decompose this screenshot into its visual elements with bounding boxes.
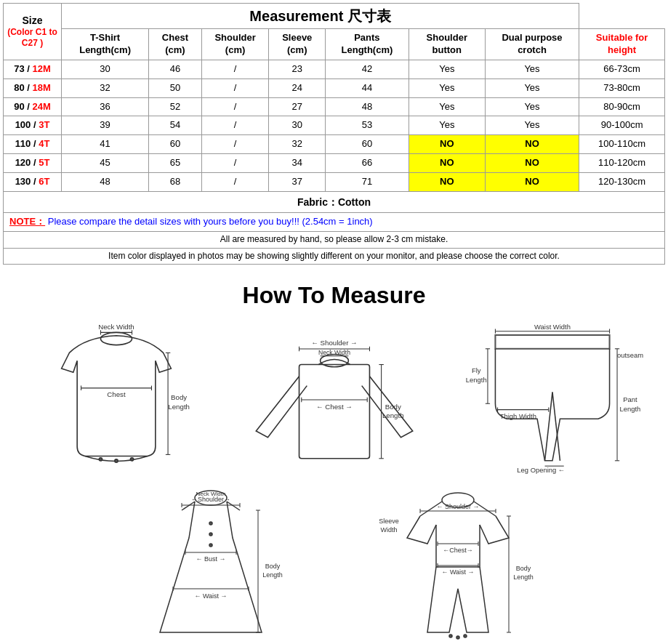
svg-text:Neck Width: Neck Width bbox=[318, 349, 350, 356]
table-cell: / bbox=[201, 79, 269, 97]
shoulder-btn-cell: NO bbox=[409, 154, 485, 173]
table-cell: / bbox=[201, 60, 269, 79]
svg-text:← Bust →: ← Bust → bbox=[196, 555, 225, 563]
svg-rect-17 bbox=[299, 365, 369, 459]
info2-cell: Item color displayed in photos may be sh… bbox=[4, 248, 665, 265]
table-cell: / bbox=[201, 97, 269, 116]
svg-line-35 bbox=[544, 393, 552, 461]
svg-text:Width: Width bbox=[380, 526, 397, 534]
fabric-row: Fabric：Cotton bbox=[4, 192, 665, 213]
table-row: 130 / 6T bbox=[4, 173, 62, 192]
dual-cell: Yes bbox=[485, 97, 579, 116]
svg-point-0 bbox=[100, 333, 132, 345]
shoulder-btn-cell: Yes bbox=[409, 116, 485, 135]
tshirt-header: T-Shirt Length(cm) bbox=[62, 29, 149, 60]
svg-point-87 bbox=[464, 635, 467, 637]
table-cell: 32 bbox=[269, 135, 326, 154]
height-cell: 80-90cm bbox=[579, 97, 665, 116]
table-cell: 42 bbox=[326, 60, 409, 79]
table-cell: / bbox=[201, 154, 269, 173]
main-container: Size (Color C1 to C27 ) Measurement 尺寸表 … bbox=[0, 0, 668, 644]
svg-point-2 bbox=[114, 459, 117, 462]
svg-text:Length: Length bbox=[168, 403, 190, 411]
pants-header: Pants Length(cm) bbox=[326, 29, 409, 60]
svg-rect-34 bbox=[495, 335, 609, 349]
table-cell: / bbox=[201, 135, 269, 154]
diagram-pants: Waist Width Pant Length Fly Length bbox=[451, 320, 654, 480]
sleeve-header: Sleeve (cm) bbox=[269, 29, 326, 60]
table-cell: 48 bbox=[62, 173, 149, 192]
table-cell: 65 bbox=[149, 154, 202, 173]
shoulder-btn-cell: Yes bbox=[409, 97, 485, 116]
svg-point-62 bbox=[209, 533, 212, 536]
height-cell: 120-130cm bbox=[579, 173, 665, 192]
how-to-measure-title: How To Measure bbox=[0, 275, 668, 320]
dual-cell: NO bbox=[485, 173, 579, 192]
longsleeve-svg: ← Shoulder → Neck Width Body Length bbox=[233, 320, 436, 480]
svg-text:Thigh Width: Thigh Width bbox=[499, 412, 536, 420]
height-cell: 110-120cm bbox=[579, 154, 665, 173]
table-cell: 23 bbox=[269, 60, 326, 79]
dual-header: Dual purpose crotch bbox=[485, 29, 579, 60]
svg-text:← Shoulder →: ← Shoulder → bbox=[311, 339, 358, 347]
table-cell: 27 bbox=[269, 97, 326, 116]
table-cell: 41 bbox=[62, 135, 149, 154]
svg-text:Neck Width: Neck Width bbox=[98, 323, 134, 331]
dual-cell: NO bbox=[485, 154, 579, 173]
table-cell: 34 bbox=[269, 154, 326, 173]
table-cell: 52 bbox=[149, 97, 202, 116]
info2-row: Item color displayed in photos may be sh… bbox=[4, 248, 665, 265]
info1-cell: All are measured by hand, so please allo… bbox=[4, 232, 665, 249]
height-cell: 73-80cm bbox=[579, 79, 665, 97]
suitable-header: Suitable for height bbox=[579, 29, 665, 60]
table-cell: 37 bbox=[269, 173, 326, 192]
dual-cell: Yes bbox=[485, 60, 579, 79]
svg-text:Chest: Chest bbox=[107, 390, 126, 398]
table-cell: 66 bbox=[326, 154, 409, 173]
table-cell: 50 bbox=[149, 79, 202, 97]
diagram-longsleeve: ← Shoulder → Neck Width Body Length bbox=[233, 320, 436, 480]
height-cell: 66-73cm bbox=[579, 60, 665, 79]
bodysuit-svg: Neck Width Body Length Chest bbox=[15, 320, 218, 480]
table-row: 80 / 18M bbox=[4, 79, 62, 97]
table-row: 73 / 12M bbox=[4, 60, 62, 79]
table-cell: 48 bbox=[326, 97, 409, 116]
shoulder-btn-cell: NO bbox=[409, 135, 485, 154]
height-cell: 100-110cm bbox=[579, 135, 665, 154]
table-cell: 45 bbox=[62, 154, 149, 173]
size-header: Size (Color C1 to C27 ) bbox=[4, 4, 62, 60]
table-cell: / bbox=[201, 116, 269, 135]
table-cell: 46 bbox=[149, 60, 202, 79]
table-cell: / bbox=[201, 173, 269, 192]
height-cell: 90-100cm bbox=[579, 116, 665, 135]
svg-text:←  Shoulder  →: ← Shoulder → bbox=[436, 503, 479, 510]
table-body: 73 / 12M3046/2342YesYes66-73cm80 / 18M32… bbox=[4, 60, 665, 191]
diagram-row-2: ←Shoulder→ Neck Width ← Bust → ← Waist → bbox=[0, 480, 668, 640]
svg-text:← Waist →: ← Waist → bbox=[194, 592, 227, 600]
dual-cell: Yes bbox=[485, 116, 579, 135]
svg-text:Fly: Fly bbox=[471, 367, 480, 375]
pants-svg: Waist Width Pant Length Fly Length bbox=[451, 320, 654, 480]
shoulder-header: Shoulder (cm) bbox=[201, 29, 269, 60]
svg-text:Sleeve: Sleeve bbox=[379, 518, 399, 525]
table-row: 120 / 5T bbox=[4, 154, 62, 173]
svg-text:←Chest→: ←Chest→ bbox=[443, 547, 473, 554]
svg-text:outseam: outseam bbox=[617, 352, 643, 360]
note-cell: NOTE： Please compare the detail sizes wi… bbox=[4, 213, 665, 232]
chest-header: Chest (cm) bbox=[149, 29, 202, 60]
table-cell: 60 bbox=[149, 135, 202, 154]
shoulder-btn-header: Shoulder button bbox=[409, 29, 485, 60]
jumpsuit-svg: ← Shoulder → Sleeve Width ←Chest→ bbox=[349, 480, 567, 640]
svg-text:← Chest →: ← Chest → bbox=[315, 403, 352, 411]
dress-svg: ←Shoulder→ Neck Width ← Bust → ← Waist → bbox=[102, 480, 320, 640]
svg-text:Body: Body bbox=[385, 403, 401, 411]
table-row: 90 / 24M bbox=[4, 97, 62, 116]
svg-point-1 bbox=[99, 458, 102, 461]
table-cell: 44 bbox=[326, 79, 409, 97]
svg-text:Length: Length bbox=[465, 376, 486, 384]
svg-text:Body: Body bbox=[515, 565, 531, 572]
svg-text:Neck Width: Neck Width bbox=[196, 491, 225, 497]
svg-point-85 bbox=[449, 635, 452, 637]
svg-text:Length: Length bbox=[382, 411, 403, 419]
table-cell: 54 bbox=[149, 116, 202, 135]
